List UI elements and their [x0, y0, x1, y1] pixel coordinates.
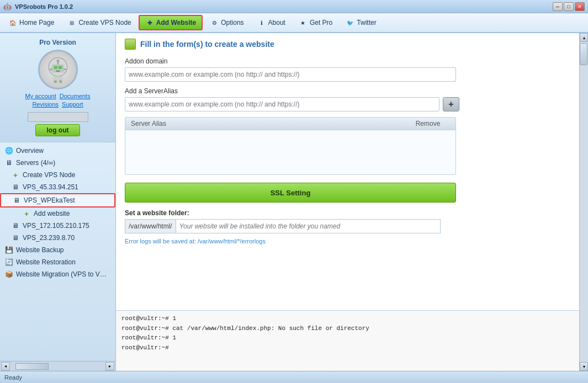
- status-bar: Ready: [0, 371, 588, 383]
- remove-col-header: Remove: [400, 118, 455, 130]
- menu-get-pro-label: Get Pro: [310, 19, 332, 26]
- profile-input-field[interactable]: [28, 112, 88, 122]
- server-alias-input[interactable]: [125, 97, 439, 111]
- error-log-text: Error logs will be saved at: /var/www/ht…: [125, 238, 570, 244]
- menu-homepage[interactable]: 🏠 Home Page: [2, 15, 60, 30]
- nav-create-vps-label: Create VPS Node: [23, 171, 75, 179]
- revisions-link[interactable]: Revisions: [32, 101, 59, 108]
- scroll-down-btn[interactable]: ▾: [580, 362, 588, 371]
- nav-vps3[interactable]: 🖥 VPS_172.105.210.175: [0, 220, 115, 232]
- terminal-line-1: root@vultr:~# cat /var/www/html/index.ph…: [121, 324, 574, 334]
- error-log-label: Error logs will be saved at:: [125, 238, 198, 244]
- terminal-line-2: root@vultr:~# 1: [121, 333, 574, 343]
- nav-vps2-label: VPS_WPEkaTest: [24, 196, 75, 204]
- form-header: Fill in the form(s) to create a website: [125, 39, 570, 50]
- ssl-btn-label: SSL Setting: [271, 189, 311, 197]
- nav-add-website[interactable]: + Add website: [0, 208, 115, 220]
- backup-icon: 💾: [4, 246, 13, 254]
- nav-servers[interactable]: 🖥 Servers (4/∞): [0, 157, 115, 169]
- sidebar-nav: 🌐 Overview 🖥 Servers (4/∞) + Create VPS …: [0, 142, 115, 361]
- menu-about[interactable]: ℹ About: [251, 15, 292, 30]
- robot-svg: [43, 54, 73, 85]
- server-icon: 🖥: [4, 158, 13, 167]
- menu-add-website-label: Add Website: [156, 19, 196, 26]
- profile-links: My account Documents: [25, 93, 91, 99]
- sidebar-profile: Pro Version My accoun: [0, 33, 115, 142]
- content-area: Fill in the form(s) to create a website …: [116, 33, 579, 371]
- nav-vps3-label: VPS_172.105.210.175: [23, 222, 89, 230]
- profile-version: Pro Version: [39, 39, 76, 46]
- terminal-content: root@vultr:~# 1 root@vultr:~# cat /var/w…: [116, 311, 579, 356]
- menu-create-vps[interactable]: ⊞ Create VPS Node: [61, 15, 137, 30]
- main-layout: Pro Version My accoun: [0, 33, 588, 371]
- nav-vps2[interactable]: 🖥 VPS_WPEkaTest: [0, 193, 115, 208]
- nav-website-restoration[interactable]: 🔄 Website Restoration: [0, 256, 115, 268]
- folder-row: /var/www/html/: [125, 219, 570, 233]
- sidebar-hscroll: ◂ ▸: [0, 361, 115, 371]
- terminal-line-3: root@vultr:~#: [121, 343, 574, 353]
- alias-col-header: Server Alias: [125, 118, 400, 130]
- nav-servers-label: Servers (4/∞): [16, 159, 55, 167]
- nav-vps4-label: VPS_23.239.8.70: [23, 234, 75, 242]
- monitor-vps1-icon: 🖥: [11, 183, 20, 192]
- sidebar: Pro Version My accoun: [0, 33, 116, 371]
- options-icon: ⚙: [210, 18, 219, 27]
- status-text: Ready: [4, 374, 22, 381]
- hscroll-left-btn[interactable]: ◂: [1, 362, 10, 371]
- window-controls: ─ □ ✕: [553, 2, 585, 11]
- hscroll-thumb[interactable]: [15, 363, 49, 370]
- scroll-track[interactable]: [580, 42, 588, 362]
- maximize-button[interactable]: □: [564, 2, 574, 11]
- get-pro-icon: ★: [299, 18, 308, 27]
- menu-options[interactable]: ⚙ Options: [204, 15, 250, 30]
- my-account-link[interactable]: My account: [25, 93, 56, 99]
- addon-domain-label: Addon domain: [125, 57, 570, 65]
- nav-website-migration[interactable]: 📦 Website Migration (VPS to V…: [0, 268, 115, 280]
- add-alias-button[interactable]: +: [443, 97, 459, 111]
- content-scroll[interactable]: Fill in the form(s) to create a website …: [116, 33, 579, 310]
- server-alias-section: Add a ServerAlias +: [125, 87, 570, 111]
- scroll-up-btn[interactable]: ▴: [580, 33, 588, 42]
- nav-vps4[interactable]: 🖥 VPS_23.239.8.70: [0, 232, 115, 244]
- form-header-icon: [125, 39, 136, 50]
- svg-rect-11: [59, 81, 62, 83]
- twitter-icon: 🐦: [346, 18, 354, 27]
- close-button[interactable]: ✕: [575, 2, 585, 11]
- menu-twitter[interactable]: 🐦 Twitter: [340, 15, 382, 30]
- svg-rect-9: [52, 76, 63, 80]
- migration-icon: 📦: [4, 270, 13, 279]
- ssl-setting-button[interactable]: SSL Setting: [125, 183, 456, 203]
- app-title: VPSrobots Pro 1.0.2: [15, 3, 73, 10]
- svg-rect-8: [63, 68, 66, 70]
- nav-overview[interactable]: 🌐 Overview: [0, 145, 115, 157]
- hscroll-track: [10, 363, 105, 370]
- monitor-vps3-icon: 🖥: [11, 221, 20, 230]
- folder-input[interactable]: [176, 219, 441, 233]
- svg-rect-12: [126, 40, 134, 48]
- addon-domain-input[interactable]: [125, 67, 456, 82]
- terminal-area: root@vultr:~# 1 root@vultr:~# cat /var/w…: [116, 310, 579, 371]
- home-icon: 🏠: [8, 18, 17, 27]
- svg-rect-4: [56, 71, 60, 72]
- scroll-thumb[interactable]: [580, 43, 587, 65]
- nav-add-website-label: Add website: [34, 210, 70, 217]
- hscroll-right-btn[interactable]: ▸: [105, 362, 114, 371]
- nav-website-migration-label: Website Migration (VPS to V…: [16, 270, 107, 278]
- minimize-button[interactable]: ─: [553, 2, 563, 11]
- monitor-vps2-icon: 🖥: [12, 196, 21, 205]
- plus-website-icon: +: [22, 209, 31, 218]
- nav-vps1[interactable]: 🖥 VPS_45.33.94.251: [0, 181, 115, 193]
- nav-website-backup[interactable]: 💾 Website Backup: [0, 244, 115, 256]
- profile-avatar: [38, 50, 78, 89]
- menu-add-website[interactable]: ✚ Add Website: [139, 15, 203, 30]
- nav-website-backup-label: Website Backup: [16, 246, 64, 254]
- menu-get-pro[interactable]: ★ Get Pro: [293, 15, 338, 30]
- right-scrollbar: ▴ ▾: [579, 33, 588, 371]
- menu-create-vps-label: Create VPS Node: [78, 19, 131, 26]
- support-link[interactable]: Support: [62, 101, 83, 108]
- nav-create-vps-node[interactable]: + Create VPS Node: [0, 169, 115, 181]
- documents-link[interactable]: Documents: [60, 93, 91, 99]
- folder-label: Set a website folder:: [125, 209, 570, 217]
- logout-button[interactable]: log out: [35, 124, 81, 136]
- about-icon: ℹ: [257, 18, 266, 27]
